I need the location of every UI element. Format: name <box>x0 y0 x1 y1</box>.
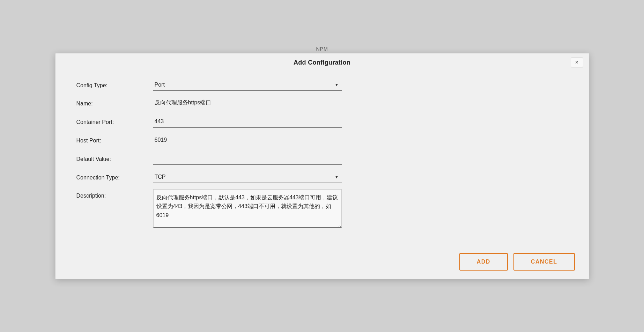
default-value-input[interactable] <box>153 153 342 165</box>
container-port-input[interactable] <box>153 116 342 128</box>
connection-type-select[interactable]: TCP UDP <box>153 171 342 183</box>
dialog: Add Configuration × Config Type: Port En… <box>55 53 589 279</box>
dialog-header: Add Configuration × <box>55 53 589 72</box>
default-value-row: Default Value: <box>76 153 568 165</box>
description-label: Description: <box>76 189 153 199</box>
dialog-title: Add Configuration <box>294 59 350 66</box>
container-port-label: Container Port: <box>76 116 153 125</box>
connection-type-select-wrapper: TCP UDP ▼ <box>153 171 342 183</box>
add-button[interactable]: ADD <box>459 253 508 271</box>
config-type-select[interactable]: Port Environment Volume <box>153 79 342 91</box>
dialog-body: Config Type: Port Environment Volume ▼ N… <box>55 72 589 246</box>
config-type-row: Config Type: Port Environment Volume ▼ <box>76 79 568 91</box>
host-port-row: Host Port: <box>76 134 568 146</box>
config-type-label: Config Type: <box>76 79 153 89</box>
config-type-wrapper: Port Environment Volume ▼ <box>153 79 342 91</box>
name-label: Name: <box>76 97 153 107</box>
connection-type-row: Connection Type: TCP UDP ▼ <box>76 171 568 183</box>
connection-type-label: Connection Type: <box>76 171 153 181</box>
description-textarea[interactable]: 反向代理服务https端口，默认是443，如果是云服务器443端口可用，建议设置… <box>153 189 342 228</box>
container-port-row: Container Port: <box>76 116 568 128</box>
container-port-wrapper <box>153 116 342 128</box>
dialog-footer: ADD CANCEL <box>55 246 589 279</box>
name-wrapper <box>153 97 342 109</box>
default-value-label: Default Value: <box>76 153 153 162</box>
description-wrapper: 反向代理服务https端口，默认是443，如果是云服务器443端口可用，建议设置… <box>153 189 342 229</box>
config-type-select-wrapper: Port Environment Volume ▼ <box>153 79 342 91</box>
name-row: Name: <box>76 97 568 109</box>
connection-type-wrapper: TCP UDP ▼ <box>153 171 342 183</box>
host-port-wrapper <box>153 134 342 146</box>
description-row: Description: 反向代理服务https端口，默认是443，如果是云服务… <box>76 189 568 229</box>
close-button[interactable]: × <box>571 58 583 67</box>
cancel-button[interactable]: CANCEL <box>513 253 575 271</box>
host-port-input[interactable] <box>153 134 342 146</box>
default-value-wrapper <box>153 153 342 165</box>
host-port-label: Host Port: <box>76 134 153 144</box>
npm-label: NPM <box>316 46 328 52</box>
name-input[interactable] <box>153 97 342 109</box>
